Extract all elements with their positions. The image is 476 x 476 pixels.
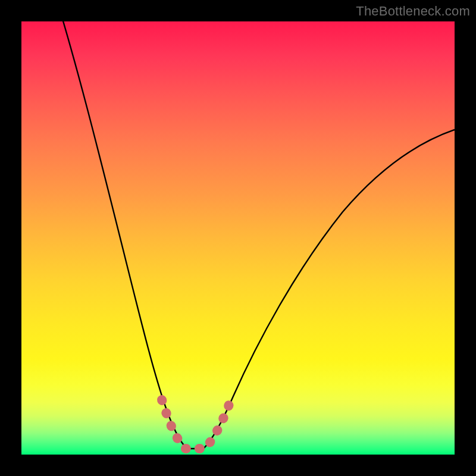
watermark-text: TheBottleneck.com: [356, 4, 470, 19]
bottleneck-curve: [52, 0, 455, 449]
chart-frame: TheBottleneck.com: [0, 0, 476, 476]
curve-layer: [21, 21, 455, 455]
plot-area: [21, 21, 455, 455]
